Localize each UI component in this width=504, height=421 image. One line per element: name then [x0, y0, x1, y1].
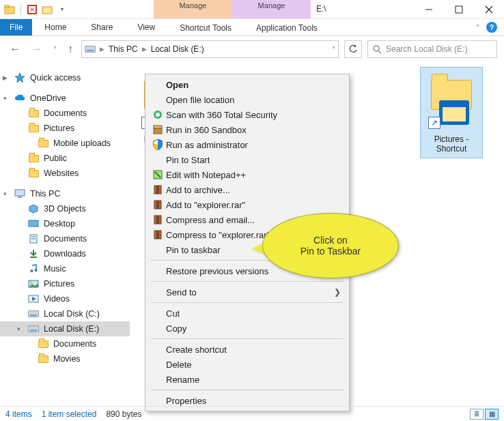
cm-scan-360[interactable]: Scan with 360 Total Security	[147, 107, 348, 122]
tree-quick-access[interactable]: ▶ Quick access	[0, 70, 130, 85]
address-bar[interactable]: ▶ This PC ▶ Local Disk (E:) ˅	[81, 40, 339, 58]
cloud-icon	[14, 93, 26, 104]
tree-label: Downloads	[44, 249, 86, 259]
tab-share[interactable]: Share	[79, 19, 125, 35]
svg-rect-33	[156, 216, 159, 224]
tree-onedrive[interactable]: ▾ OneDrive	[0, 91, 130, 106]
breadcrumb-drive[interactable]: Local Disk (E:)	[151, 44, 204, 54]
drive-icon	[85, 44, 96, 55]
cm-create-shortcut[interactable]: Create shortcut	[147, 342, 348, 357]
cm-separator	[151, 281, 344, 282]
search-box[interactable]: Search Local Disk (E:)	[367, 40, 497, 58]
svg-rect-25	[154, 128, 162, 134]
tree-pc-videos[interactable]: Videos	[0, 291, 130, 306]
breadcrumb-thispc[interactable]: This PC	[109, 44, 138, 54]
cm-edit-notepadpp[interactable]: Edit with Notepad++	[147, 167, 348, 182]
tree-pc-music[interactable]: Music	[0, 261, 130, 276]
chevron-right-icon[interactable]: ▶	[141, 46, 148, 53]
cm-separator	[151, 302, 344, 303]
qat-properties-icon[interactable]	[27, 4, 38, 15]
pc-icon	[14, 188, 26, 199]
tree-label: Documents	[53, 339, 96, 349]
drive-icon	[27, 323, 40, 334]
tab-view[interactable]: View	[125, 19, 167, 35]
titlebar: ▾ Manage Manage E:\	[0, 0, 504, 19]
svg-rect-31	[156, 201, 159, 209]
tree-pc-3d[interactable]: 3D Objects	[0, 201, 130, 216]
ctx-tab-application-tools[interactable]: Manage	[232, 0, 311, 18]
callout-line2: Pin to Taskbar	[300, 246, 361, 257]
chevron-right-icon: ❯	[334, 287, 341, 297]
folder-icon	[27, 168, 40, 179]
tree-label: This PC	[30, 189, 60, 199]
view-details-button[interactable]: ≣	[470, 409, 484, 420]
winrar-icon	[150, 184, 166, 195]
window-title: E:\	[311, 0, 414, 18]
tree-e-movies[interactable]: Movies	[0, 351, 130, 366]
tree-od-pictures[interactable]: Pictures	[0, 121, 130, 136]
status-bar: 4 items 1 item selected 890 bytes ≣ ▦	[0, 406, 504, 421]
qat-newfolder-icon[interactable]	[42, 4, 53, 15]
tab-application-tools[interactable]: Application Tools	[244, 19, 330, 35]
tree-od-public[interactable]: Public	[0, 151, 130, 166]
tree-label: Pictures	[44, 124, 74, 133]
nav-tree[interactable]: ▶ Quick access ▾ OneDrive Documents Pict…	[0, 63, 130, 406]
minimize-button[interactable]	[414, 0, 444, 18]
cm-send-to[interactable]: Send to❯	[147, 285, 348, 300]
videos-icon	[27, 293, 40, 304]
cm-run-as-admin[interactable]: Run as administrator	[147, 137, 348, 152]
tab-shortcut-tools[interactable]: Shortcut Tools	[167, 19, 244, 35]
ribbon-tabs: File Home Share View Shortcut Tools Appl…	[0, 19, 504, 36]
explorer-icon	[4, 4, 15, 15]
cm-add-to-archive[interactable]: Add to archive...	[147, 182, 348, 197]
nav-forward-button[interactable]: →	[29, 43, 45, 55]
cm-pin-to-start[interactable]: Pin to Start	[147, 152, 348, 167]
item-pictures-shortcut[interactable]: ↗ Pictures - Shortcut	[421, 68, 482, 158]
close-button[interactable]	[474, 0, 504, 18]
nav-back-button[interactable]: ←	[7, 43, 23, 55]
tree-pc-documents[interactable]: Documents	[0, 231, 130, 246]
maximize-button[interactable]	[444, 0, 474, 18]
chevron-right-icon[interactable]: ▶	[98, 46, 106, 53]
address-dropdown-icon[interactable]: ˅	[332, 46, 335, 53]
svg-rect-29	[156, 186, 159, 194]
tree-od-documents[interactable]: Documents	[0, 106, 130, 121]
qat-dropdown-icon[interactable]: ▾	[57, 4, 68, 15]
cm-run-360-sandbox[interactable]: Run in 360 Sandbox	[147, 122, 348, 137]
callout-line1: Click on	[313, 235, 348, 246]
cm-rename[interactable]: Rename	[147, 372, 348, 387]
tree-od-websites[interactable]: Websites	[0, 166, 130, 181]
svg-point-24	[156, 113, 160, 117]
help-icon[interactable]: ?	[486, 22, 497, 33]
search-placeholder: Search Local Disk (E:)	[386, 44, 467, 54]
cm-copy[interactable]: Copy	[147, 321, 348, 336]
cm-open[interactable]: Open	[147, 77, 348, 92]
cm-add-to-explorer-rar[interactable]: Add to "explorer.rar"	[147, 197, 348, 212]
cm-delete[interactable]: Delete	[147, 357, 348, 372]
tree-label: Public	[44, 154, 67, 163]
refresh-button[interactable]	[344, 40, 362, 58]
tree-thispc[interactable]: ▾ This PC	[0, 186, 130, 201]
tree-od-mobile[interactable]: Mobile uploads	[0, 136, 130, 151]
ctx-tab-shortcut-tools[interactable]: Manage	[154, 0, 232, 18]
cm-open-file-location[interactable]: Open file location	[147, 92, 348, 107]
svg-rect-5	[456, 6, 462, 13]
tree-pc-desktop[interactable]: Desktop	[0, 216, 130, 231]
svg-rect-12	[29, 220, 38, 227]
nav-up-button[interactable]: ↑	[65, 43, 76, 55]
tree-local-disk-c[interactable]: Local Disk (C:)	[0, 306, 130, 321]
winrar-icon	[150, 214, 166, 225]
tree-label: 3D Objects	[44, 204, 86, 214]
item-label: Pictures - Shortcut	[421, 134, 482, 158]
downloads-icon	[27, 248, 40, 259]
tab-home[interactable]: Home	[32, 19, 79, 35]
cm-cut[interactable]: Cut	[147, 306, 348, 321]
tree-pc-pictures[interactable]: Pictures	[0, 276, 130, 291]
tree-local-disk-e[interactable]: ▾Local Disk (E:)	[0, 321, 130, 336]
tree-e-documents[interactable]: Documents	[0, 336, 130, 351]
ribbon-collapse-icon[interactable]: ˅	[476, 24, 479, 31]
nav-recent-dropdown[interactable]: ˅	[51, 46, 59, 53]
tab-file[interactable]: File	[0, 19, 32, 35]
view-large-icons-button[interactable]: ▦	[485, 409, 499, 420]
tree-pc-downloads[interactable]: Downloads	[0, 246, 130, 261]
